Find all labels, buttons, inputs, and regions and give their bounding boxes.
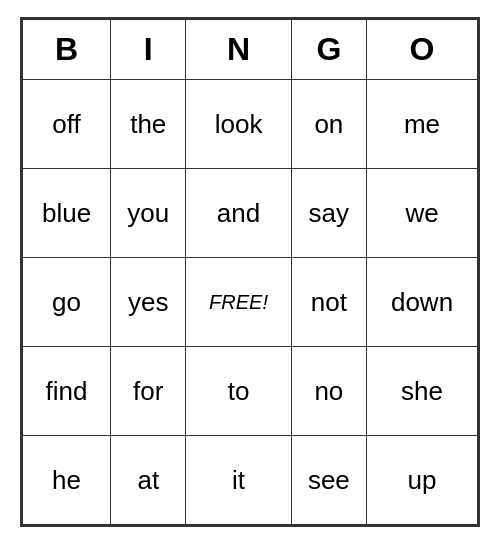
cell-r4-c0: he (23, 436, 111, 525)
table-row: offthelookonme (23, 80, 478, 169)
cell-r4-c4: up (367, 436, 478, 525)
cell-r1-c0: blue (23, 169, 111, 258)
cell-r0-c3: on (291, 80, 366, 169)
cell-r2-c0: go (23, 258, 111, 347)
header-n: N (186, 20, 291, 80)
cell-r3-c0: find (23, 347, 111, 436)
cell-r4-c2: it (186, 436, 291, 525)
cell-r2-c1: yes (111, 258, 186, 347)
cell-r3-c2: to (186, 347, 291, 436)
cell-r2-c4: down (367, 258, 478, 347)
cell-r0-c1: the (111, 80, 186, 169)
cell-r1-c1: you (111, 169, 186, 258)
header-i: I (111, 20, 186, 80)
cell-r4-c3: see (291, 436, 366, 525)
header-o: O (367, 20, 478, 80)
header-row: B I N G O (23, 20, 478, 80)
header-g: G (291, 20, 366, 80)
cell-r1-c2: and (186, 169, 291, 258)
bingo-table: B I N G O offthelookonmeblueyouandsayweg… (22, 19, 478, 525)
cell-r3-c1: for (111, 347, 186, 436)
bingo-body: offthelookonmeblueyouandsaywegoyesFREE!n… (23, 80, 478, 525)
cell-r1-c3: say (291, 169, 366, 258)
cell-r2-c3: not (291, 258, 366, 347)
cell-r3-c3: no (291, 347, 366, 436)
cell-r0-c4: me (367, 80, 478, 169)
cell-r1-c4: we (367, 169, 478, 258)
bingo-card: B I N G O offthelookonmeblueyouandsayweg… (20, 17, 480, 527)
cell-r0-c2: look (186, 80, 291, 169)
cell-r3-c4: she (367, 347, 478, 436)
header-b: B (23, 20, 111, 80)
cell-r2-c2: FREE! (186, 258, 291, 347)
table-row: blueyouandsaywe (23, 169, 478, 258)
cell-r0-c0: off (23, 80, 111, 169)
cell-r4-c1: at (111, 436, 186, 525)
table-row: goyesFREE!notdown (23, 258, 478, 347)
table-row: findfortonoshe (23, 347, 478, 436)
table-row: heatitseeup (23, 436, 478, 525)
